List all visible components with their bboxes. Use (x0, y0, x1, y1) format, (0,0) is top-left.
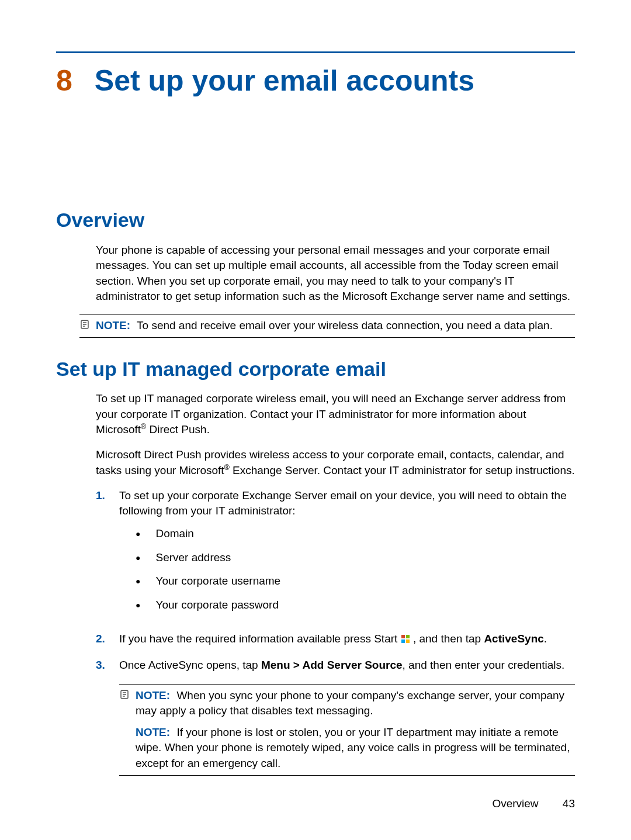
step-number: 2. (96, 631, 110, 647)
list-item: ●Your corporate username (136, 573, 575, 589)
it-paragraph-2: Microsoft Direct Push provides wireless … (96, 447, 575, 479)
note-icon (79, 319, 90, 330)
svg-rect-4 (406, 639, 410, 643)
step-body: To set up your corporate Exchange Server… (119, 488, 575, 621)
svg-rect-1 (401, 635, 405, 638)
chapter-title: Set up your email accounts (95, 60, 474, 101)
note-icon (119, 689, 130, 700)
note-label: NOTE: (136, 726, 170, 738)
bullet-icon: ● (136, 550, 140, 566)
note-callout-overview: NOTE: To send and receive email over you… (79, 314, 575, 338)
step-1-bullets: ●Domain ●Server address ●Your corporate … (136, 526, 575, 613)
list-item: ●Domain (136, 526, 575, 542)
note-row: NOTE: If your phone is lost or stolen, y… (119, 725, 575, 772)
overview-body: Your phone is capable of accessing your … (96, 243, 575, 305)
overview-paragraph: Your phone is capable of accessing your … (96, 243, 575, 305)
step-1-text: To set up your corporate Exchange Server… (119, 489, 567, 517)
it-paragraph-1: To set up IT managed corporate wireless … (96, 391, 575, 438)
step-body: If you have the required information ava… (119, 631, 547, 647)
note-text: NOTE: When you sync your phone to your c… (136, 688, 575, 719)
bullet-icon: ● (136, 526, 140, 542)
chapter-heading: 8 Set up your email accounts (56, 60, 575, 101)
chapter-number: 8 (56, 60, 72, 101)
note-label: NOTE: (136, 689, 170, 701)
note-row: NOTE: When you sync your phone to your c… (119, 688, 575, 719)
note-label: NOTE: (96, 319, 130, 331)
note-text: NOTE: To send and receive email over you… (96, 318, 553, 334)
list-item: ●Your corporate password (136, 597, 575, 613)
itmanaged-body: To set up IT managed corporate wireless … (96, 391, 575, 775)
bullet-icon: ● (136, 573, 140, 589)
windows-start-icon (401, 634, 410, 644)
note-callout-nested: NOTE: When you sync your phone to your c… (119, 684, 575, 776)
section-heading-itmanaged: Set up IT managed corporate email (56, 355, 575, 383)
footer-page-number: 43 (563, 797, 575, 810)
list-item: ●Server address (136, 550, 575, 566)
step-2: 2. If you have the required information … (96, 631, 575, 647)
footer-section: Overview (492, 797, 538, 810)
step-number: 3. (96, 658, 110, 673)
steps-list: 1. To set up your corporate Exchange Ser… (96, 488, 575, 673)
note-icon-blank (119, 726, 130, 737)
note-body: If your phone is lost or stolen, you or … (136, 726, 570, 769)
step-body: Once ActiveSync opens, tap Menu > Add Se… (119, 658, 564, 673)
note-body: To send and receive email over your wire… (137, 319, 553, 331)
svg-rect-2 (406, 635, 410, 638)
step-3: 3. Once ActiveSync opens, tap Menu > Add… (96, 658, 575, 673)
page-footer: Overview 43 (492, 796, 575, 812)
step-number: 1. (96, 488, 110, 621)
step-1: 1. To set up your corporate Exchange Ser… (96, 488, 575, 621)
document-page: 8 Set up your email accounts Overview Yo… (0, 0, 631, 840)
chapter-top-rule (56, 51, 575, 53)
note-body: When you sync your phone to your company… (136, 689, 564, 717)
note-text: NOTE: If your phone is lost or stolen, y… (136, 725, 575, 772)
bullet-icon: ● (136, 597, 140, 613)
svg-rect-3 (401, 639, 405, 643)
section-heading-overview: Overview (56, 206, 575, 234)
